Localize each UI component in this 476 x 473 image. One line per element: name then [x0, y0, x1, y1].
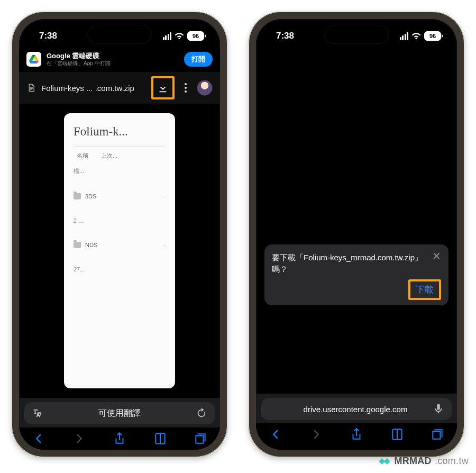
- back-button[interactable]: [32, 432, 45, 445]
- microphone-icon[interactable]: [433, 403, 444, 415]
- download-action-highlight: 下載: [408, 279, 441, 300]
- bookmarks-button[interactable]: [153, 432, 167, 445]
- watermark-logo: [378, 457, 391, 466]
- safari-toolbar: [256, 423, 457, 450]
- safari-toolbar: [19, 427, 220, 450]
- forward-button[interactable]: [309, 427, 323, 441]
- translate-icon: [32, 407, 43, 419]
- zip-title: Folium-k...: [74, 125, 166, 139]
- share-button[interactable]: [113, 432, 126, 445]
- bookmarks-button[interactable]: [390, 427, 404, 441]
- account-avatar[interactable]: [197, 80, 213, 96]
- wifi-icon: [411, 32, 421, 40]
- watermark: MRMAD.com.tw: [378, 456, 469, 467]
- cellular-icon: [400, 32, 409, 40]
- download-popup-text: 要下載「Folium-keys_mrmad.com.tw.zip」嗎？: [272, 252, 428, 275]
- more-menu-button[interactable]: [180, 83, 191, 93]
- zip-folder-row: 3DS-: [74, 193, 166, 199]
- safari-url-bar[interactable]: drive.usercontent.google.com: [261, 398, 452, 420]
- download-confirm-button[interactable]: 下載: [411, 283, 438, 297]
- file-name: Folium-keys ... .com.tw.zip: [41, 84, 146, 93]
- url-text: drive.usercontent.google.com: [283, 405, 427, 414]
- zip-label-row: 檔...: [74, 167, 166, 175]
- popup-close-button[interactable]: ✕: [432, 251, 441, 261]
- watermark-suffix: .com.tw: [435, 456, 469, 467]
- zip-preview: Folium-k... 名稱 上次... 檔...3DS-2 ...NDS-27…: [19, 104, 220, 398]
- col-last: 上次...: [101, 152, 117, 160]
- folder-icon: [74, 193, 81, 199]
- banner-title: Google 雲端硬碟: [47, 52, 179, 60]
- folder-icon: [74, 242, 81, 248]
- open-in-app-button[interactable]: 打開: [184, 52, 213, 67]
- download-highlight: [151, 76, 175, 99]
- status-time: 7:38: [276, 31, 294, 41]
- dynamic-island: [88, 25, 151, 43]
- col-name: 名稱: [77, 152, 88, 160]
- translate-label: 可使用翻譯: [49, 408, 190, 419]
- watermark-brand: MRMAD: [394, 456, 432, 467]
- zip-folder-row: NDS-: [74, 242, 166, 248]
- forward-button[interactable]: [72, 432, 86, 445]
- battery-icon: 96: [424, 31, 441, 41]
- back-button[interactable]: [269, 427, 282, 441]
- tabs-button[interactable]: [194, 432, 207, 445]
- drive-viewer-header: Folium-keys ... .com.tw.zip: [19, 72, 220, 104]
- banner-subtitle: 在「雲端硬碟」App 中打開: [47, 60, 179, 67]
- document-icon: [26, 83, 36, 93]
- dynamic-island: [325, 25, 388, 43]
- tabs-button[interactable]: [431, 427, 444, 441]
- wifi-icon: [175, 32, 184, 40]
- share-button[interactable]: [350, 427, 363, 441]
- cellular-icon: [163, 32, 172, 40]
- zip-label-row: 2 ...: [74, 217, 166, 224]
- phone-left: 7:38 96 Google 雲端硬碟 在「雲端硬碟」App 中打開 打開: [12, 12, 227, 457]
- download-popup: 要下載「Folium-keys_mrmad.com.tw.zip」嗎？ ✕ 下載: [264, 244, 448, 305]
- download-button[interactable]: [156, 81, 170, 95]
- battery-icon: 96: [187, 31, 204, 41]
- refresh-icon[interactable]: [196, 407, 207, 419]
- status-time: 7:38: [39, 31, 57, 41]
- google-drive-icon: [26, 52, 41, 67]
- zip-label-row: 27...: [74, 266, 166, 272]
- app-open-banner: Google 雲端硬碟 在「雲端硬碟」App 中打開 打開: [19, 49, 220, 72]
- translate-bar[interactable]: 可使用翻譯: [24, 402, 215, 424]
- phone-right: 7:38 96 要下載「Folium-keys_mrmad.com.tw.zip…: [249, 12, 464, 457]
